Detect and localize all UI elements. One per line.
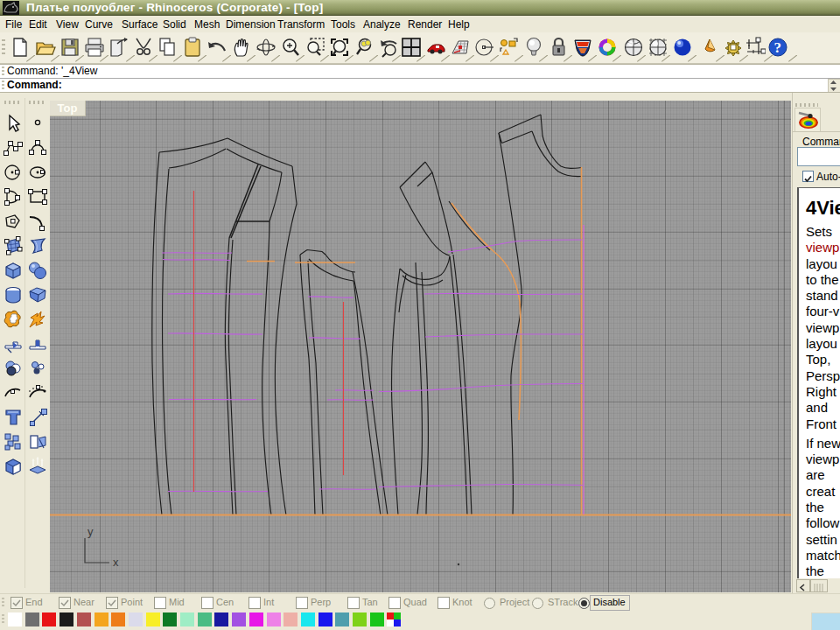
svg-text:x: x [113, 556, 119, 569]
svg-text:?: ? [774, 39, 782, 56]
svg-text:y: y [88, 525, 94, 538]
